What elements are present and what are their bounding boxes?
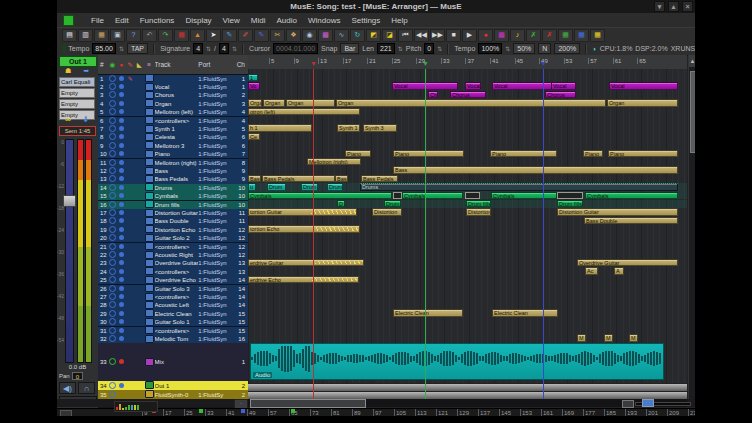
track-port[interactable]: 1:FluidSyn <box>198 336 229 342</box>
volume-fader-handle[interactable] <box>63 195 76 207</box>
track-port[interactable]: 1:FluidSyn <box>198 126 229 132</box>
record-arm-icon[interactable] <box>108 75 117 83</box>
record-arm-icon[interactable] <box>108 301 117 309</box>
automation-display[interactable]: Sem 1:45 <box>59 126 96 136</box>
track-port[interactable]: 1:FluidSyn <box>198 168 229 174</box>
track-port[interactable]: 1:FluidSyn <box>198 235 229 241</box>
edit-cell[interactable]: ✎ <box>126 75 135 82</box>
part-cymbals[interactable]: Cymbals <box>491 192 557 199</box>
part-cymbals[interactable]: Cymbals <box>402 192 463 199</box>
mute-dot-icon[interactable] <box>117 134 126 140</box>
menu-windows[interactable]: Windows <box>308 16 340 25</box>
track-port[interactable]: 1:FluidSyn <box>198 328 229 334</box>
part-organ[interactable]: Organ <box>336 99 606 106</box>
left-loop-line-flag[interactable]: ▼ <box>422 60 429 67</box>
mute-dot-icon[interactable] <box>117 227 126 233</box>
part-mellotron-right[interactable]: Mellotron (right) <box>307 158 361 165</box>
part-bass[interactable]: Bass <box>335 175 348 182</box>
mute-dot-icon[interactable] <box>117 210 126 216</box>
pencil-tool-button[interactable]: ✎ <box>222 29 237 42</box>
track-port[interactable]: 1:FluidSyn <box>198 244 229 250</box>
volume-fader[interactable] <box>65 139 74 363</box>
scroll-up-icon[interactable]: ▲ <box>689 55 695 67</box>
strip-track-button[interactable]: Out 1 <box>59 56 97 67</box>
track-port[interactable]: 1:FluidSyn <box>198 151 229 157</box>
rack-slot-3[interactable]: Empty <box>59 99 95 109</box>
scissors-tool-button[interactable]: ✂ <box>270 29 285 42</box>
solo-button[interactable]: ∩ <box>78 382 95 394</box>
track-port[interactable]: 1:FluidSyn <box>198 193 229 199</box>
redo-button[interactable]: ↷ <box>158 29 173 42</box>
punch-button[interactable]: ▦ <box>174 29 189 42</box>
track-port[interactable]: 1:FluidSyn <box>198 134 229 140</box>
track-port[interactable]: 1:FluidSyn <box>198 76 229 82</box>
zoom-button[interactable] <box>622 400 634 408</box>
pre-fader-icon[interactable]: ⬇ <box>82 115 89 124</box>
mute-button[interactable]: ◀) <box>59 382 76 394</box>
record-arm-icon[interactable] <box>108 91 117 99</box>
part-a[interactable]: A <box>614 267 624 274</box>
mixer-b-button[interactable]: ▦ <box>574 29 589 42</box>
part-erdrive-echo[interactable]: erdrive Echo <box>248 276 359 283</box>
track-port[interactable]: 1:FluidSyn <box>198 319 229 325</box>
vertical-scrollbar-thumb[interactable] <box>690 71 695 153</box>
mute-dot-icon[interactable] <box>117 359 126 365</box>
track-port[interactable]: 1:FluidSyn <box>198 185 229 191</box>
mute-dot-icon[interactable] <box>117 336 126 342</box>
part-drums[interactable]: Drums <box>360 183 678 190</box>
record-arm-icon[interactable] <box>108 285 117 293</box>
part-vo[interactable]: Vo <box>248 82 260 89</box>
part-d[interactable]: D <box>337 200 345 207</box>
record-arm-icon[interactable] <box>108 310 117 318</box>
mute-dot-icon[interactable] <box>117 126 126 132</box>
whats-this-button[interactable]: ? <box>126 29 141 42</box>
mute-dot-icon[interactable] <box>117 176 126 182</box>
track-port[interactable]: 1:FluidSyn <box>198 84 229 90</box>
rewind-button[interactable]: ◀◀ <box>414 29 429 42</box>
mute-dot-icon[interactable] <box>117 168 126 174</box>
track-port[interactable]: 1:FluidSyn <box>198 210 229 216</box>
arranger-canvas[interactable]: 1VoVocalVocalVocalVocalVocalChChorusChor… <box>248 69 687 399</box>
part-bass[interactable]: Bass <box>393 166 678 173</box>
record-arm-icon[interactable] <box>108 100 117 108</box>
part-overdrive-guitar[interactable]: Overdrive Guitar <box>577 259 678 266</box>
menu-help[interactable]: Help <box>391 16 407 25</box>
playhead-line-flag[interactable]: ▼ <box>310 60 317 67</box>
pointer-tool-button[interactable]: ➤ <box>206 29 221 42</box>
part-piano[interactable]: Piano <box>345 150 371 157</box>
track-port[interactable]: 1:FluidSyn <box>198 143 229 149</box>
part-drum[interactable]: Drum <box>327 183 343 190</box>
part-m[interactable]: M <box>577 334 586 341</box>
menu-file[interactable]: File <box>91 16 104 25</box>
mute-dot-icon[interactable] <box>117 151 126 157</box>
tempo-50-button[interactable]: 50% <box>513 43 535 54</box>
track-port[interactable]: 1:FluidSyn <box>198 294 229 300</box>
part-distortion-guitar[interactable]: Distortion Guitar <box>557 208 678 215</box>
timeline-ruler[interactable]: 591317212529333741454953576165▼▼▼ <box>248 55 687 70</box>
part-drum[interactable]: Drum <box>301 183 318 190</box>
part-ac[interactable]: Ac <box>585 267 598 274</box>
record-arm-icon[interactable] <box>108 335 117 343</box>
metronome-toggle-button[interactable]: ♪ <box>510 29 525 42</box>
mute-dot-icon[interactable] <box>117 109 126 115</box>
part-distortion[interactable]: Distortion <box>466 208 491 215</box>
part-ce[interactable]: Ce <box>248 133 260 140</box>
part-chorus[interactable]: Chorus <box>545 91 576 98</box>
horizontal-scrollbar-thumb[interactable] <box>250 399 366 408</box>
minimize-icon[interactable]: ▾ <box>654 1 665 12</box>
part-piano[interactable]: Piano <box>583 150 603 157</box>
mute-dot-icon[interactable] <box>117 269 126 275</box>
menu-midi[interactable]: Midi <box>251 16 266 25</box>
mute-dot-icon[interactable] <box>117 244 126 250</box>
rack-slot-2[interactable]: Empty <box>59 88 95 98</box>
mute-dot-icon[interactable] <box>117 193 126 199</box>
record-arm-icon[interactable] <box>108 117 117 125</box>
pitch-spinbox[interactable]: 0 <box>424 43 434 54</box>
mute-dot-icon[interactable] <box>117 84 126 90</box>
mute-dot-icon[interactable] <box>117 319 126 325</box>
snap-combobox[interactable]: Bar ▾ <box>340 43 359 54</box>
tempo-200-button[interactable]: 200% <box>554 43 580 54</box>
mute-dot-icon[interactable] <box>117 92 126 98</box>
input-route-icon[interactable]: ☗ <box>65 67 71 76</box>
part-organ[interactable]: Organ <box>248 99 262 106</box>
